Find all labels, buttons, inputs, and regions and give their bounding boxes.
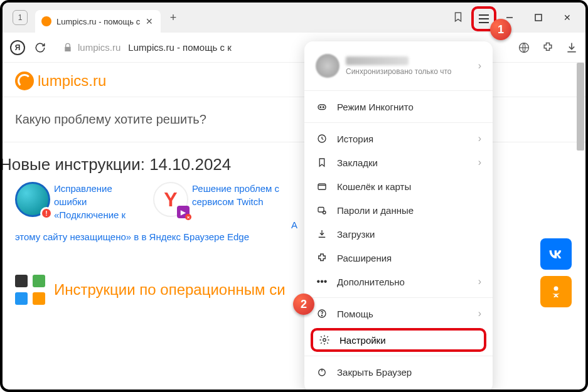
menu-label: Дополнительно — [337, 277, 405, 287]
settings-menu-item[interactable]: Настройки — [311, 328, 486, 352]
downloads-menu-item[interactable]: Загрузки — [304, 222, 493, 246]
passwords-icon — [316, 204, 328, 216]
menu-label: Помощь — [337, 309, 373, 319]
separator — [304, 356, 493, 356]
menu-label: Закрыть Браузер — [337, 367, 412, 378]
menu-label: История — [337, 134, 373, 144]
article-link[interactable]: Решение проблем с сервисом Twitch — [192, 182, 285, 230]
yandex-browser-icon: Y▶ — [153, 182, 188, 217]
extensions-menu-item[interactable]: Расширения — [304, 246, 493, 270]
article-card[interactable]: Y▶ Решение проблем с сервисом Twitch — [153, 182, 285, 230]
hamburger-icon — [479, 14, 489, 23]
social-links — [540, 238, 572, 307]
svg-rect-8 — [318, 184, 326, 189]
address-domain[interactable]: lumpics.ru — [78, 42, 120, 53]
bookmark-icon — [316, 157, 328, 168]
article-link[interactable]: А — [291, 182, 297, 230]
browser-tab[interactable]: Lumpics.ru - помощь с ✕ — [35, 10, 161, 33]
lock-icon[interactable] — [60, 40, 75, 55]
wallet-icon — [316, 181, 328, 192]
logo-icon — [15, 72, 34, 90]
wallet-menu-item[interactable]: Кошелёк и карты — [304, 174, 493, 198]
ok-button[interactable] — [540, 276, 572, 307]
passwords-menu-item[interactable]: Пароли и данные — [304, 198, 493, 222]
more-icon: ••• — [316, 276, 328, 287]
favicon-icon — [41, 16, 51, 26]
separator — [304, 90, 493, 91]
svg-point-12 — [321, 315, 322, 315]
chevron-right-icon: › — [478, 157, 481, 168]
address-title: Lumpics.ru - помощь с к — [128, 42, 231, 53]
article-link-tail[interactable]: этому сайту незащищено» в в Яндекс Брауз… — [3, 230, 585, 243]
profile-menu-item[interactable]: Синхронизировано только что › — [304, 50, 493, 87]
article-link[interactable]: Исправление ошибки «Подключение к — [54, 182, 147, 230]
extension-icon — [316, 252, 328, 263]
callout-2: 2 — [293, 294, 314, 315]
maximize-button[interactable] — [524, 5, 553, 30]
close-window-button[interactable]: ✕ — [553, 5, 582, 30]
history-menu-item[interactable]: История › — [304, 127, 493, 151]
close-icon[interactable]: ✕ — [144, 16, 154, 26]
bookmarks-menu-item[interactable]: Закладки › — [304, 151, 493, 174]
svg-rect-4 — [318, 105, 326, 110]
scrollbar[interactable] — [577, 63, 584, 151]
main-menu: Синхронизировано только что › Режим Инко… — [304, 41, 493, 392]
profile-name-blurred — [346, 56, 409, 65]
new-tab-button[interactable]: + — [164, 9, 182, 26]
menu-label: Кошелёк и карты — [337, 181, 411, 192]
tab-count[interactable]: 1 — [13, 10, 28, 25]
logo-text: lumpics.ru — [38, 72, 106, 90]
svg-rect-1 — [535, 14, 542, 21]
svg-point-5 — [320, 107, 321, 108]
extensions-icon[interactable] — [542, 41, 554, 54]
yandex-home-icon[interactable]: Я — [10, 40, 25, 55]
gear-icon — [318, 334, 331, 346]
reload-icon[interactable] — [33, 40, 48, 55]
menu-label: Закладки — [337, 157, 378, 168]
menu-label: Настройки — [339, 335, 386, 346]
search-input[interactable]: Какую проблему хотите решить? — [3, 97, 585, 142]
incognito-icon — [316, 101, 328, 112]
history-icon — [316, 133, 328, 144]
bookmark-icon[interactable] — [452, 11, 464, 23]
chevron-right-icon: › — [478, 60, 481, 72]
svg-point-6 — [323, 107, 324, 108]
separator — [304, 122, 493, 123]
separator — [304, 297, 493, 298]
close-browser-menu-item[interactable]: Закрыть Браузер — [304, 360, 493, 384]
vk-button[interactable] — [540, 238, 572, 270]
more-menu-item[interactable]: ••• Дополнительно › — [304, 270, 493, 294]
chevron-right-icon: › — [478, 276, 481, 287]
article-card[interactable]: Исправление ошибки «Подключение к — [15, 182, 147, 230]
incognito-menu-item[interactable]: Режим Инкогнито — [304, 95, 493, 119]
callout-1: 1 — [490, 19, 511, 40]
sync-status: Синхронизировано только что — [346, 67, 451, 76]
os-icon — [15, 275, 45, 305]
menu-label: Загрузки — [337, 229, 375, 240]
downloads-icon[interactable] — [565, 41, 578, 54]
menu-label: Расширения — [337, 253, 392, 263]
new-instructions-heading: Новые инструкции: 14.10.2024 — [3, 142, 585, 182]
avatar-icon — [316, 54, 339, 78]
translate-icon[interactable] — [518, 41, 530, 54]
svg-point-3 — [554, 287, 559, 291]
help-icon — [316, 308, 328, 319]
download-icon — [316, 228, 328, 240]
page-content: lumpics.ru Какую проблему хотите решить?… — [3, 63, 585, 389]
chevron-right-icon: › — [478, 308, 481, 319]
site-logo[interactable]: lumpics.ru — [3, 63, 585, 97]
svg-point-13 — [323, 339, 326, 342]
article-cards: Исправление ошибки «Подключение к Y▶ Реш… — [3, 182, 585, 230]
tab-title: Lumpics.ru - помощь с — [56, 17, 141, 26]
svg-point-10 — [323, 211, 326, 215]
chevron-right-icon: › — [478, 133, 481, 144]
edge-icon — [15, 182, 50, 217]
power-icon — [316, 366, 328, 378]
menu-label: Режим Инкогнито — [337, 102, 414, 112]
os-heading-text: Инструкции по операционным си — [54, 281, 286, 299]
menu-label: Пароли и данные — [337, 205, 414, 216]
help-menu-item[interactable]: Помощь › — [304, 302, 493, 326]
